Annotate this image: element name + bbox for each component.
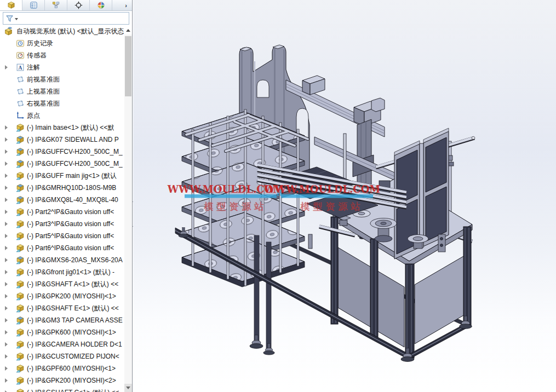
expand-arrow-icon[interactable]: [5, 198, 8, 202]
tree-item[interactable]: (-) IP&GUFFCV-H200_500C_M_: [0, 158, 124, 170]
part-blue-icon: [16, 135, 25, 144]
tab-featuremanager[interactable]: [0, 0, 22, 10]
expand-arrow-slot[interactable]: [3, 378, 16, 383]
tree-item[interactable]: (-) IP&GSHAFT C<1> (默认) <<: [0, 387, 124, 392]
tree-item-label: 注解: [27, 63, 40, 72]
expand-arrow-slot[interactable]: [3, 186, 16, 190]
expand-arrow-icon[interactable]: [5, 234, 8, 238]
scroll-down-button[interactable]: [124, 384, 132, 392]
expand-arrow-slot[interactable]: [3, 294, 16, 298]
expand-arrow-slot[interactable]: [3, 149, 16, 154]
tree-item[interactable]: 历史记录: [0, 37, 124, 49]
expand-arrow-icon[interactable]: [5, 174, 8, 178]
more-tabs-button[interactable]: ›: [120, 0, 132, 10]
featuremanager-panel: › 自动视觉系统 (默认) <默认_显示状态历史记录传感器A注解前视基准面上视基…: [0, 0, 133, 392]
expand-arrow-icon[interactable]: [5, 258, 8, 262]
tree-item[interactable]: (-) IP&GMRHQ10D-180S-M9B: [0, 182, 124, 194]
tree-item-label: (-) IP&GMXQ8L-40_MXQ8L-40: [27, 196, 118, 204]
expand-arrow-icon[interactable]: [5, 282, 8, 286]
expand-arrow-slot[interactable]: [3, 318, 16, 322]
expand-arrow-slot[interactable]: [3, 65, 16, 70]
tree-item[interactable]: (-) IP&GMXS6-20AS_MXS6-20A: [0, 254, 124, 266]
expand-arrow-slot[interactable]: [3, 246, 16, 250]
tree-item[interactable]: (-) IP&GSHAFT E<1> (默认) <<: [0, 302, 124, 314]
expand-arrow-icon[interactable]: [5, 366, 8, 371]
tree-item[interactable]: (-) IP&GPK200 (MIYOSHI)<1>: [0, 290, 124, 302]
expand-arrow-icon[interactable]: [5, 306, 8, 310]
part-blue-icon: [16, 316, 25, 325]
tree-item[interactable]: (-) IP&GSHAFT A<1> (默认) <<: [0, 278, 124, 290]
scrollbar-thumb[interactable]: [125, 36, 131, 96]
tree-item[interactable]: (-) IP&GM3 TAP CAMERA ASSE: [0, 314, 124, 326]
tree-item[interactable]: (-) IP&GPF600 (MIYOSHI)<1>: [0, 362, 124, 374]
tree-item[interactable]: 传感器: [0, 49, 124, 61]
tree-item[interactable]: 原点: [0, 109, 124, 122]
scroll-up-button[interactable]: [124, 26, 132, 34]
part-blue-icon: [16, 159, 25, 168]
panel-tabbar: ›: [0, 0, 132, 11]
expand-arrow-slot[interactable]: [3, 125, 16, 130]
tree-item-label: (-) IP&GMXS6-20AS_MXS6-20A: [27, 256, 123, 264]
tree-item[interactable]: (-) Part5^IP&Gauto vision uff<: [0, 230, 124, 242]
expand-arrow-slot[interactable]: [3, 282, 16, 286]
expand-arrow-slot[interactable]: [3, 330, 16, 335]
tree-item-label: 传感器: [27, 51, 47, 60]
tab-dimxpertmanager[interactable]: [67, 0, 90, 10]
expand-arrow-icon[interactable]: [5, 270, 8, 274]
expand-arrow-slot[interactable]: [3, 174, 16, 178]
tree-item[interactable]: (-) IP&GK07 SIDEWALL AND P: [0, 134, 124, 146]
expand-arrow-slot[interactable]: [3, 234, 16, 238]
tree-item[interactable]: 右视基准面: [0, 97, 124, 109]
expand-arrow-icon[interactable]: [5, 137, 8, 142]
expand-arrow-icon[interactable]: [5, 65, 8, 70]
tree-root-item[interactable]: 自动视觉系统 (默认) <默认_显示状态: [0, 25, 124, 37]
tree-item[interactable]: (-) IP&GMXQ8L-40_MXQ8L-40: [0, 194, 124, 206]
expand-arrow-slot[interactable]: [3, 354, 16, 359]
expand-arrow-slot[interactable]: [3, 342, 16, 347]
tree-item[interactable]: (-) Part3^IP&Gauto vision uff<: [0, 218, 124, 230]
tree-item[interactable]: (-) IP&GPK600 (MIYOSHI)<1>: [0, 326, 124, 338]
expand-arrow-slot[interactable]: [3, 198, 16, 202]
expand-arrow-slot[interactable]: [3, 210, 16, 214]
expand-arrow-icon[interactable]: [5, 125, 8, 130]
tree-item[interactable]: (-) IP&GUFFCV-H200_500C_M_: [0, 146, 124, 158]
tree-item[interactable]: (-) IP&GCUSTOMIZED PIJON<: [0, 350, 124, 362]
tree-scrollbar[interactable]: [124, 26, 132, 392]
tree-item[interactable]: 上视基准面: [0, 85, 124, 97]
tree-item[interactable]: (-) IP&Gfront jig01<1> (默认) -: [0, 266, 124, 278]
expand-arrow-slot[interactable]: [3, 270, 16, 274]
expand-arrow-icon[interactable]: [5, 354, 8, 359]
tree-item-label: (-) IP&Gfront jig01<1> (默认) -: [27, 268, 114, 277]
expand-arrow-slot[interactable]: [3, 306, 16, 310]
expand-arrow-icon[interactable]: [5, 294, 8, 298]
expand-arrow-slot[interactable]: [3, 162, 16, 166]
expand-arrow-icon[interactable]: [5, 318, 8, 322]
tree-item[interactable]: (-) IP&GPK200 (MIYOSHI)<2>: [0, 374, 124, 387]
tree-item[interactable]: (-) Part2^IP&Gauto vision uff<: [0, 206, 124, 218]
tree-item[interactable]: (-) Part6^IP&Gauto vision uff<: [0, 242, 124, 254]
tree-item[interactable]: A注解: [0, 61, 124, 73]
tree-item[interactable]: 前视基准面: [0, 73, 124, 85]
expand-arrow-slot[interactable]: [3, 366, 16, 371]
expand-arrow-icon[interactable]: [5, 186, 8, 190]
expand-arrow-icon[interactable]: [5, 246, 8, 250]
expand-arrow-icon[interactable]: [5, 378, 8, 383]
expand-arrow-icon[interactable]: [5, 162, 8, 166]
expand-arrow-icon[interactable]: [5, 149, 8, 154]
graphics-viewport[interactable]: WWW.MOULDL.COM 模型资源站 WWW.MOULDL.COM 模型资源…: [133, 0, 556, 392]
expand-arrow-slot[interactable]: [3, 137, 16, 142]
expand-arrow-slot[interactable]: [3, 222, 16, 226]
tree-item[interactable]: (-) IP&GUFF main jig<1> (默认: [0, 170, 124, 182]
tab-displaymanager[interactable]: [90, 0, 112, 10]
tab-configurationmanager[interactable]: [45, 0, 67, 10]
expand-arrow-icon[interactable]: [5, 330, 8, 335]
tab-propertymanager[interactable]: [22, 0, 45, 10]
expand-arrow-icon[interactable]: [5, 210, 8, 214]
expand-arrow-slot[interactable]: [3, 258, 16, 262]
expand-arrow-icon[interactable]: [5, 342, 8, 347]
expand-arrow-icon[interactable]: [5, 222, 8, 226]
tree-item[interactable]: (-) Imain base<1> (默认) <<默: [0, 122, 124, 134]
sensors-icon: [16, 51, 25, 60]
filter-input[interactable]: [3, 12, 129, 25]
tree-item[interactable]: (-) IP&GCAMERA HOLDER D<1: [0, 338, 124, 350]
